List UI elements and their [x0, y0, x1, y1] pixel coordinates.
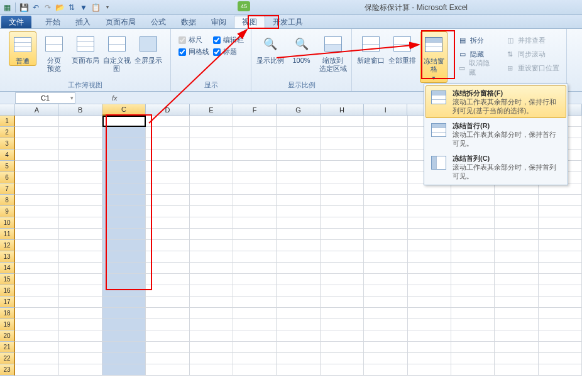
- zoom-100-button[interactable]: 🔍 100%: [288, 31, 316, 65]
- cell[interactable]: [277, 297, 320, 308]
- cell[interactable]: [495, 251, 538, 263]
- column-header-C[interactable]: C: [102, 104, 146, 116]
- filter-icon[interactable]: ▼: [79, 3, 89, 13]
- cell[interactable]: [451, 263, 495, 274]
- cell[interactable]: [277, 308, 320, 319]
- cell[interactable]: [321, 183, 364, 195]
- cell[interactable]: [146, 127, 189, 138]
- cell[interactable]: [233, 195, 277, 206]
- cell[interactable]: [146, 195, 189, 206]
- cell[interactable]: [408, 240, 451, 251]
- cell[interactable]: [15, 330, 58, 342]
- cell[interactable]: [321, 353, 364, 364]
- cell[interactable]: [364, 127, 407, 138]
- cell[interactable]: [408, 229, 451, 240]
- cell[interactable]: [495, 319, 538, 330]
- cell[interactable]: [321, 240, 364, 251]
- cell[interactable]: [364, 251, 407, 263]
- cell[interactable]: [233, 342, 277, 353]
- cell[interactable]: [15, 353, 58, 364]
- gridlines-checkbox[interactable]: 网格线: [178, 47, 209, 57]
- cell[interactable]: [364, 240, 407, 251]
- cell[interactable]: [102, 342, 146, 353]
- cell[interactable]: [495, 195, 538, 206]
- cell[interactable]: [233, 161, 277, 172]
- cell[interactable]: [102, 127, 146, 138]
- cell[interactable]: [146, 183, 189, 195]
- cell[interactable]: [321, 308, 364, 319]
- menu-freeze-first-column[interactable]: 冻结首列(C)滚动工作表其余部分时，保持首列可见。: [426, 151, 566, 183]
- row-header-6[interactable]: 6: [0, 172, 15, 183]
- cell[interactable]: [321, 285, 364, 297]
- row-header-11[interactable]: 11: [0, 229, 15, 240]
- cell[interactable]: [539, 285, 582, 297]
- cell[interactable]: [321, 319, 364, 330]
- cell[interactable]: [146, 330, 189, 342]
- cell[interactable]: [321, 195, 364, 206]
- name-box[interactable]: C1: [15, 92, 75, 104]
- cell[interactable]: [15, 217, 58, 229]
- cell[interactable]: [451, 308, 495, 319]
- cell[interactable]: [59, 217, 102, 229]
- cell[interactable]: [233, 297, 277, 308]
- cell[interactable]: [277, 183, 320, 195]
- cell[interactable]: [364, 364, 407, 376]
- row-header-17[interactable]: 17: [0, 297, 15, 308]
- cell[interactable]: [451, 297, 495, 308]
- cell[interactable]: [321, 161, 364, 172]
- tab-data[interactable]: 数据: [173, 16, 204, 28]
- cell[interactable]: [364, 116, 407, 127]
- cell[interactable]: [59, 116, 102, 127]
- cell[interactable]: [15, 161, 58, 172]
- cell[interactable]: [364, 172, 407, 183]
- cell[interactable]: [190, 263, 233, 274]
- cell[interactable]: [364, 206, 407, 217]
- cell[interactable]: [364, 297, 407, 308]
- cell[interactable]: [277, 172, 320, 183]
- row-header-23[interactable]: 23: [0, 364, 15, 376]
- cell[interactable]: [364, 161, 407, 172]
- cell[interactable]: [408, 263, 451, 274]
- cell[interactable]: [364, 217, 407, 229]
- cell[interactable]: [364, 150, 407, 161]
- cell[interactable]: [495, 240, 538, 251]
- cell[interactable]: [102, 229, 146, 240]
- cell[interactable]: [539, 319, 582, 330]
- cell[interactable]: [364, 353, 407, 364]
- cell[interactable]: [451, 285, 495, 297]
- cell[interactable]: [277, 240, 320, 251]
- cell[interactable]: [190, 195, 233, 206]
- cell[interactable]: [146, 138, 189, 150]
- cell[interactable]: [495, 274, 538, 285]
- freeze-panes-button[interactable]: 冻结窗格▼: [420, 31, 447, 83]
- cell[interactable]: [451, 274, 495, 285]
- save-icon[interactable]: 💾: [19, 3, 29, 13]
- normal-view-button[interactable]: 普通: [9, 31, 36, 66]
- cell[interactable]: [146, 274, 189, 285]
- undo-icon[interactable]: ↶: [31, 3, 41, 13]
- cell[interactable]: [451, 240, 495, 251]
- full-screen-button[interactable]: 全屏显示: [135, 31, 162, 65]
- cell[interactable]: [190, 116, 233, 127]
- cell[interactable]: [59, 353, 102, 364]
- column-header-G[interactable]: G: [277, 104, 320, 116]
- cell[interactable]: [408, 319, 451, 330]
- row-header-12[interactable]: 12: [0, 240, 15, 251]
- cell[interactable]: [408, 274, 451, 285]
- tab-insert[interactable]: 插入: [68, 16, 98, 28]
- cell[interactable]: [15, 229, 58, 240]
- cell[interactable]: [59, 330, 102, 342]
- cell[interactable]: [146, 150, 189, 161]
- cell[interactable]: [15, 172, 58, 183]
- cell[interactable]: [364, 274, 407, 285]
- new-window-button[interactable]: 新建窗口: [357, 31, 385, 65]
- row-header-4[interactable]: 4: [0, 150, 15, 161]
- qat-dropdown-icon[interactable]: ▾: [102, 3, 113, 13]
- cell[interactable]: [321, 274, 364, 285]
- cell[interactable]: [408, 285, 451, 297]
- cell[interactable]: [59, 297, 102, 308]
- cell[interactable]: [15, 263, 58, 274]
- cell[interactable]: [15, 127, 58, 138]
- cell[interactable]: [277, 364, 320, 376]
- cell[interactable]: [408, 364, 451, 376]
